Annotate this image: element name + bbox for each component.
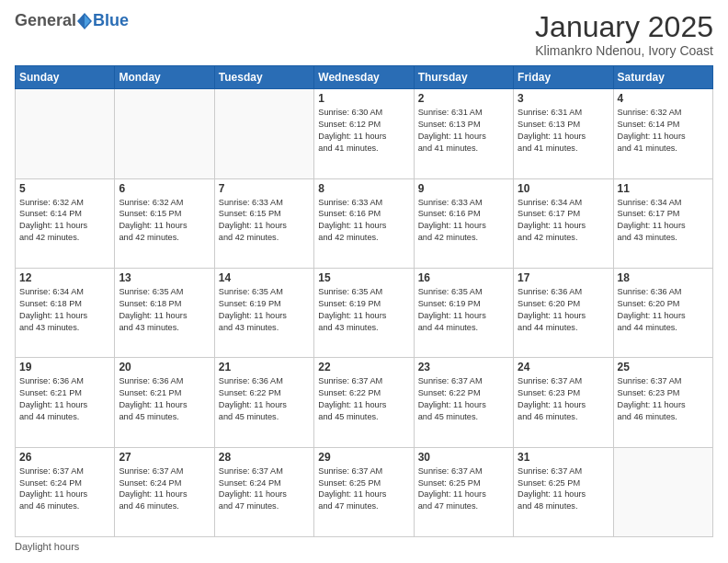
- day-header-saturday: Saturday: [613, 66, 712, 89]
- day-info: Sunrise: 6:36 AM Sunset: 6:22 PM Dayligh…: [219, 375, 310, 423]
- day-info: Sunrise: 6:32 AM Sunset: 6:14 PM Dayligh…: [618, 107, 709, 155]
- calendar-cell: 11Sunrise: 6:34 AM Sunset: 6:17 PM Dayli…: [613, 178, 712, 268]
- day-number: 17: [518, 271, 609, 284]
- day-number: 28: [219, 451, 310, 464]
- day-info: Sunrise: 6:37 AM Sunset: 6:22 PM Dayligh…: [318, 375, 409, 423]
- calendar-cell: 7Sunrise: 6:33 AM Sunset: 6:15 PM Daylig…: [214, 178, 313, 268]
- day-info: Sunrise: 6:31 AM Sunset: 6:13 PM Dayligh…: [418, 107, 509, 155]
- day-info: Sunrise: 6:37 AM Sunset: 6:22 PM Dayligh…: [418, 375, 509, 423]
- calendar-cell: 9Sunrise: 6:33 AM Sunset: 6:16 PM Daylig…: [414, 178, 513, 268]
- day-info: Sunrise: 6:36 AM Sunset: 6:20 PM Dayligh…: [618, 286, 709, 334]
- calendar-week-2: 5Sunrise: 6:32 AM Sunset: 6:14 PM Daylig…: [16, 178, 713, 268]
- day-info: Sunrise: 6:36 AM Sunset: 6:21 PM Dayligh…: [119, 375, 210, 423]
- day-number: 11: [618, 182, 709, 195]
- day-number: 7: [219, 182, 310, 195]
- calendar-cell: 12Sunrise: 6:34 AM Sunset: 6:18 PM Dayli…: [16, 268, 115, 357]
- logo-general-text: General: [15, 11, 76, 30]
- day-number: 25: [618, 361, 709, 373]
- calendar-cell: 21Sunrise: 6:36 AM Sunset: 6:22 PM Dayli…: [214, 358, 313, 447]
- day-number: 21: [219, 361, 310, 373]
- day-number: 26: [19, 451, 110, 464]
- day-header-friday: Friday: [514, 66, 613, 89]
- day-info: Sunrise: 6:30 AM Sunset: 6:12 PM Dayligh…: [318, 107, 409, 155]
- calendar-cell: 2Sunrise: 6:31 AM Sunset: 6:13 PM Daylig…: [414, 89, 513, 178]
- day-number: 19: [19, 361, 110, 373]
- day-info: Sunrise: 6:34 AM Sunset: 6:17 PM Dayligh…: [518, 197, 609, 245]
- day-info: Sunrise: 6:37 AM Sunset: 6:25 PM Dayligh…: [318, 465, 409, 513]
- header: General Blue January 2025 Klimankro Nden…: [15, 11, 713, 58]
- calendar-cell: 25Sunrise: 6:37 AM Sunset: 6:23 PM Dayli…: [613, 358, 712, 447]
- calendar-cell: [214, 89, 313, 178]
- day-info: Sunrise: 6:37 AM Sunset: 6:24 PM Dayligh…: [219, 465, 310, 513]
- calendar-week-4: 19Sunrise: 6:36 AM Sunset: 6:21 PM Dayli…: [16, 358, 713, 447]
- day-info: Sunrise: 6:37 AM Sunset: 6:23 PM Dayligh…: [618, 375, 709, 423]
- calendar: SundayMondayTuesdayWednesdayThursdayFrid…: [15, 65, 713, 537]
- calendar-cell: 22Sunrise: 6:37 AM Sunset: 6:22 PM Dayli…: [314, 358, 414, 447]
- day-header-tuesday: Tuesday: [214, 66, 313, 89]
- day-info: Sunrise: 6:36 AM Sunset: 6:21 PM Dayligh…: [19, 375, 110, 423]
- calendar-cell: 20Sunrise: 6:36 AM Sunset: 6:21 PM Dayli…: [115, 358, 214, 447]
- calendar-cell: 29Sunrise: 6:37 AM Sunset: 6:25 PM Dayli…: [314, 447, 414, 536]
- calendar-cell: 23Sunrise: 6:37 AM Sunset: 6:22 PM Dayli…: [414, 358, 513, 447]
- calendar-cell: [16, 89, 115, 178]
- day-info: Sunrise: 6:37 AM Sunset: 6:24 PM Dayligh…: [19, 465, 110, 513]
- day-number: 23: [418, 361, 509, 373]
- day-number: 18: [618, 271, 709, 284]
- calendar-cell: 1Sunrise: 6:30 AM Sunset: 6:12 PM Daylig…: [314, 89, 414, 178]
- calendar-cell: 24Sunrise: 6:37 AM Sunset: 6:23 PM Dayli…: [514, 358, 613, 447]
- day-info: Sunrise: 6:37 AM Sunset: 6:25 PM Dayligh…: [418, 465, 509, 513]
- logo-icon: [77, 13, 92, 29]
- calendar-cell: 3Sunrise: 6:31 AM Sunset: 6:13 PM Daylig…: [514, 89, 613, 178]
- day-number: 16: [418, 271, 509, 284]
- day-number: 2: [418, 92, 509, 105]
- day-number: 6: [119, 182, 210, 195]
- day-info: Sunrise: 6:31 AM Sunset: 6:13 PM Dayligh…: [518, 107, 609, 155]
- day-number: 3: [518, 92, 609, 105]
- day-number: 24: [518, 361, 609, 373]
- day-info: Sunrise: 6:34 AM Sunset: 6:17 PM Dayligh…: [618, 197, 709, 245]
- day-number: 29: [318, 451, 409, 464]
- day-number: 5: [19, 182, 110, 195]
- day-info: Sunrise: 6:35 AM Sunset: 6:19 PM Dayligh…: [418, 286, 509, 334]
- day-info: Sunrise: 6:33 AM Sunset: 6:16 PM Dayligh…: [318, 197, 409, 245]
- day-info: Sunrise: 6:32 AM Sunset: 6:15 PM Dayligh…: [119, 197, 210, 245]
- day-number: 1: [318, 92, 409, 105]
- day-number: 20: [119, 361, 210, 373]
- header-right: January 2025 Klimankro Ndenou, Ivory Coa…: [535, 11, 713, 58]
- day-info: Sunrise: 6:37 AM Sunset: 6:23 PM Dayligh…: [518, 375, 609, 423]
- page: General Blue January 2025 Klimankro Nden…: [0, 0, 728, 563]
- calendar-cell: 5Sunrise: 6:32 AM Sunset: 6:14 PM Daylig…: [16, 178, 115, 268]
- day-info: Sunrise: 6:35 AM Sunset: 6:19 PM Dayligh…: [318, 286, 409, 334]
- day-info: Sunrise: 6:35 AM Sunset: 6:19 PM Dayligh…: [219, 286, 310, 334]
- day-number: 31: [518, 451, 609, 464]
- day-info: Sunrise: 6:32 AM Sunset: 6:14 PM Dayligh…: [19, 197, 110, 245]
- calendar-week-3: 12Sunrise: 6:34 AM Sunset: 6:18 PM Dayli…: [16, 268, 713, 357]
- day-number: 15: [318, 271, 409, 284]
- calendar-week-1: 1Sunrise: 6:30 AM Sunset: 6:12 PM Daylig…: [16, 89, 713, 178]
- day-header-thursday: Thursday: [414, 66, 513, 89]
- month-title: January 2025: [535, 11, 713, 43]
- logo: General Blue: [15, 11, 129, 30]
- calendar-cell: 19Sunrise: 6:36 AM Sunset: 6:21 PM Dayli…: [16, 358, 115, 447]
- calendar-cell: 16Sunrise: 6:35 AM Sunset: 6:19 PM Dayli…: [414, 268, 513, 357]
- day-number: 12: [19, 271, 110, 284]
- day-info: Sunrise: 6:33 AM Sunset: 6:15 PM Dayligh…: [219, 197, 310, 245]
- day-number: 22: [318, 361, 409, 373]
- calendar-cell: 28Sunrise: 6:37 AM Sunset: 6:24 PM Dayli…: [214, 447, 313, 536]
- day-number: 10: [518, 182, 609, 195]
- calendar-cell: 27Sunrise: 6:37 AM Sunset: 6:24 PM Dayli…: [115, 447, 214, 536]
- day-number: 27: [119, 451, 210, 464]
- daylight-label: Daylight hours: [15, 541, 79, 552]
- calendar-header-row: SundayMondayTuesdayWednesdayThursdayFrid…: [16, 66, 713, 89]
- calendar-cell: 18Sunrise: 6:36 AM Sunset: 6:20 PM Dayli…: [613, 268, 712, 357]
- day-info: Sunrise: 6:33 AM Sunset: 6:16 PM Dayligh…: [418, 197, 509, 245]
- calendar-cell: [613, 447, 712, 536]
- day-info: Sunrise: 6:37 AM Sunset: 6:25 PM Dayligh…: [518, 465, 609, 513]
- calendar-cell: 26Sunrise: 6:37 AM Sunset: 6:24 PM Dayli…: [16, 447, 115, 536]
- day-number: 9: [418, 182, 509, 195]
- logo-blue-text: Blue: [93, 11, 129, 30]
- calendar-cell: 14Sunrise: 6:35 AM Sunset: 6:19 PM Dayli…: [214, 268, 313, 357]
- day-number: 14: [219, 271, 310, 284]
- day-info: Sunrise: 6:35 AM Sunset: 6:18 PM Dayligh…: [119, 286, 210, 334]
- day-header-wednesday: Wednesday: [314, 66, 414, 89]
